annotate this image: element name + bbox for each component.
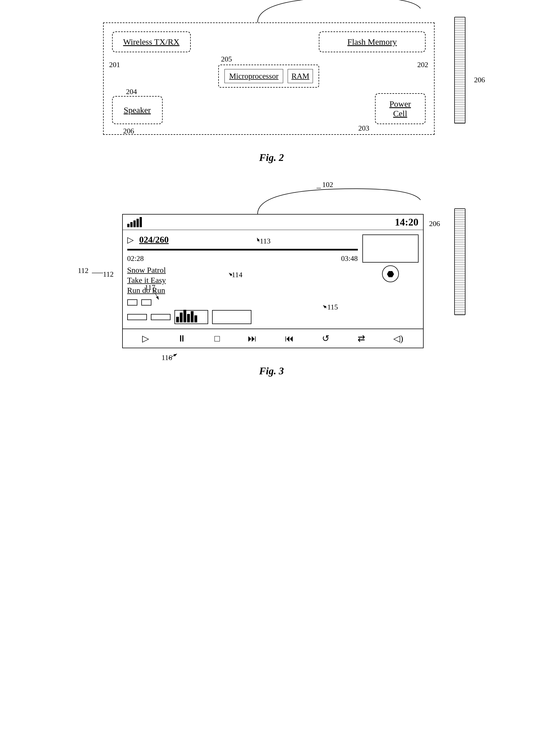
status-time: 14:20 [395,216,419,228]
wide-btn-1[interactable] [127,314,147,320]
controls-row [127,299,358,306]
svg-text:102: 102 [322,181,333,189]
wide-btn-2[interactable] [151,314,171,320]
bar2 [130,222,133,227]
skip-fwd-ctrl[interactable]: ⏭ [248,333,257,344]
speaker-label: Speaker [124,105,151,115]
speaker-box: Speaker [112,96,163,124]
fig3-label-206: 206 [429,220,440,228]
small-btn-1[interactable] [127,299,137,306]
fig3-content: 113 114 115 117 116 [122,214,424,348]
fig2-caption: Fig. 2 [259,152,284,163]
left-panel: ▷ 024/260 02:28 03:48 [127,234,358,324]
power-area: 203 PowerCell [375,93,426,124]
time-remaining: 03:48 [341,254,358,263]
track-info: Snow Patrol Take it Easy Run do Run [127,266,358,295]
shuffle-ctrl[interactable]: ⇄ [358,333,365,344]
fig2-wire-svg: 102 [103,0,440,25]
fig3-antenna [454,208,465,315]
fig2-section: 102 Wireless TX/RX 201 [47,11,496,163]
ram-box: RAM [288,69,313,83]
play-icon[interactable]: ▷ [127,235,134,245]
time-markers: 02:28 03:48 [127,254,358,263]
main-dashed-box: Wireless TX/RX 201 Flash Memory 202 [103,22,435,135]
bar5 [140,217,142,227]
speaker-group: 204 Speaker 206 [112,96,163,124]
eq-bar-4 [187,314,190,322]
page-container: 102 Wireless TX/RX 201 [47,11,496,377]
album-art [362,234,419,263]
bar3 [133,220,136,227]
time-elapsed: 02:28 [127,254,144,263]
skip-back-ctrl[interactable]: ⏮ [285,333,294,344]
eq-bar-2 [180,313,183,322]
fig3-section: 102 112 112 [47,203,496,377]
track-album: Take it Easy [127,276,358,285]
row3: 204 Speaker 206 203 PowerCell [112,93,426,124]
fig2-main-area: Wireless TX/RX 201 Flash Memory 202 [103,22,435,135]
pause-ctrl[interactable]: ⏸ [177,333,186,344]
flash-container: Flash Memory 202 [319,31,426,52]
power-cell-box: PowerCell [375,93,426,124]
stop-ctrl[interactable]: □ [214,333,220,344]
bluetooth-symbol: ⬣ [387,269,394,279]
power-cell-label: PowerCell [389,99,411,118]
eq-bar-1 [176,317,179,322]
label-204: 204 [126,88,137,96]
right-panel: ⬣ [362,234,419,324]
signal-bars [127,217,142,227]
eq-visual [174,310,208,324]
label-203: 203 [358,124,369,133]
fig3-device-area: 112 112 [103,214,117,222]
label-206-right: 206 [474,76,485,84]
bar4 [137,219,139,227]
fig2-outer: 102 Wireless TX/RX 201 [103,11,440,135]
bluetooth-icon: ⬣ [382,265,399,282]
bottom-controls: ▷ ⏸ □ ⏭ ⏮ ↺ ⇄ ◁) [123,329,423,348]
controls-row-2 [127,310,358,324]
track-artist: Run do Run [127,286,358,295]
antenna [454,17,465,124]
main-content: ▷ 024/260 02:28 03:48 [123,230,423,329]
wide-btn-3[interactable] [212,310,251,324]
volume-ctrl[interactable]: ◁) [393,333,403,344]
svg-text:112: 112 [78,267,88,275]
fig3-antenna-container: 206 [429,217,440,228]
row1: Wireless TX/RX 201 Flash Memory 202 [112,31,426,52]
repeat-ctrl[interactable]: ↺ [322,333,330,344]
play-track-row: ▷ 024/260 [127,234,358,245]
play-ctrl[interactable]: ▷ [142,333,149,344]
fig3-device: 14:20 ▷ 024/260 [122,214,424,348]
wireless-container: Wireless TX/RX 201 [112,31,191,52]
bar1 [127,224,129,227]
row2: 205 Microprocessor RAM [112,55,426,88]
svg-line-16 [169,354,177,359]
microprocessor-box: Microprocessor [224,69,283,83]
eq-bar-5 [191,311,194,322]
wireless-box: Wireless TX/RX [112,31,191,52]
small-btn-2[interactable] [141,299,151,306]
label-112-arrow: 112 [78,267,106,279]
wireless-label: Wireless TX/RX [123,37,180,46]
fig3-caption: Fig. 3 [259,365,284,377]
flash-label: Flash Memory [347,37,397,46]
label-206-bottom: 206 [123,127,134,135]
fig2-layout: Wireless TX/RX 201 Flash Memory 202 [103,22,440,135]
status-bar: 14:20 [123,215,423,230]
flash-memory-box: Flash Memory [319,31,426,52]
fig3-wire-svg: 102 [103,183,440,217]
track-title: Snow Patrol [127,266,358,275]
eq-bar-6 [194,315,197,322]
progress-bar[interactable] [127,249,358,251]
inner-dashed-box: Microprocessor RAM [218,65,319,88]
track-number: 024/260 [139,234,169,245]
eq-bar-3 [183,310,186,322]
fig3-outer: 102 112 112 [103,203,440,348]
center-group: 205 Microprocessor RAM [218,55,319,88]
svg-text:116: 116 [162,354,172,362]
label-205: 205 [221,55,232,63]
fig3-layout: 112 112 [103,214,440,348]
